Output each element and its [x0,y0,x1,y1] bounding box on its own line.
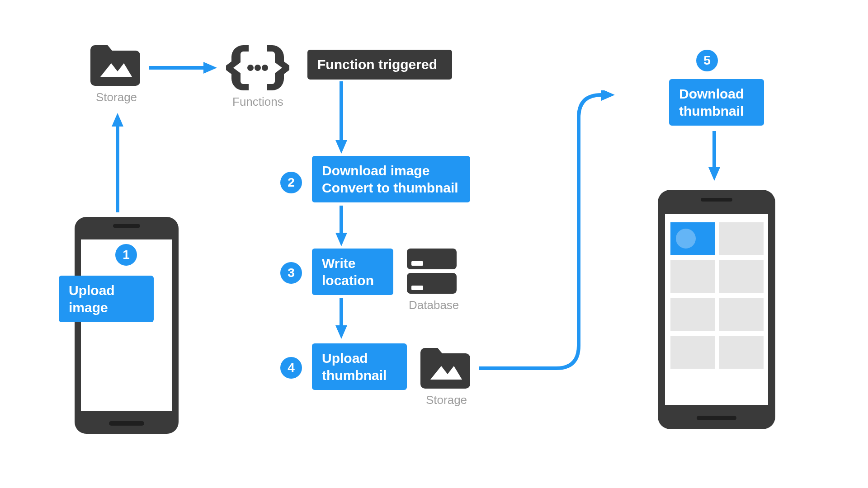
svg-point-31 [676,229,696,249]
svg-marker-17 [601,90,615,101]
download-thumbnail-box: Download thumbnail [669,79,764,126]
svg-rect-11 [411,261,423,266]
functions-label: Functions [232,95,283,109]
svg-rect-38 [719,336,764,369]
svg-rect-20 [113,224,140,228]
storage-icon [90,45,140,86]
svg-rect-12 [407,273,457,294]
svg-rect-32 [719,222,764,255]
database-label: Database [409,298,459,312]
svg-rect-21 [109,421,144,426]
functions-icon [226,45,289,90]
svg-marker-9 [335,233,347,246]
arrow-step3-to-step4 [335,298,348,339]
storage-label-2: Storage [426,393,467,407]
svg-rect-33 [670,260,715,293]
step-badge-3: 3 [280,262,302,284]
svg-marker-2 [203,62,217,74]
arrow-step5-to-phone [708,131,721,181]
database-icon [407,249,457,294]
storage-icon-2 [420,348,470,389]
arrow-storage-to-phone2 [479,90,615,380]
phone-right [658,190,775,429]
download-convert-box: Download image Convert to thumbnail [312,156,470,202]
svg-point-3 [247,65,254,71]
svg-rect-37 [670,336,715,369]
arrow-storage-to-functions [149,61,217,75]
function-triggered-box: Function triggered [307,50,452,80]
step-badge-2: 2 [280,172,302,193]
svg-point-5 [262,65,268,71]
svg-rect-34 [719,260,764,293]
step-badge-5: 5 [696,50,718,71]
arrow-phone-to-storage [111,113,124,212]
upload-thumbnail-box: Upload thumbnail [312,343,407,390]
svg-marker-15 [335,325,347,339]
write-location-box: Write location [312,249,393,295]
svg-rect-35 [670,298,715,331]
upload-image-box: Upload image [59,276,154,322]
step-badge-1: 1 [115,244,137,266]
diagram-canvas: Storage Functions Function triggered 2 D [0,0,868,488]
svg-rect-29 [697,416,736,420]
arrow-trigger-to-step2 [335,81,348,154]
svg-rect-10 [407,249,457,269]
svg-rect-13 [411,286,423,290]
svg-marker-22 [112,113,123,127]
svg-rect-28 [701,198,732,202]
storage-label-1: Storage [96,90,137,104]
svg-marker-25 [708,167,720,181]
svg-rect-36 [719,298,764,331]
svg-marker-7 [335,140,347,154]
arrow-step2-to-step3 [335,206,348,246]
step-badge-4: 4 [280,357,302,379]
svg-point-4 [255,65,261,71]
